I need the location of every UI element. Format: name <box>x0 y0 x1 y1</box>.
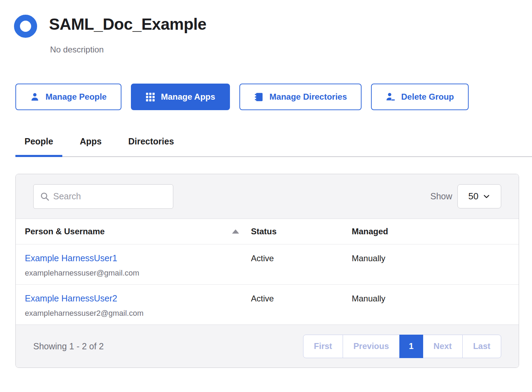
person-email: exampleharnessuser2@gmail.com <box>25 309 251 318</box>
search-icon <box>40 192 50 201</box>
pagination-last-button[interactable]: Last <box>462 335 501 358</box>
person-remove-icon <box>386 92 395 102</box>
group-description: No description <box>50 44 206 55</box>
pagination-next-button[interactable]: Next <box>423 335 463 358</box>
tab-apps[interactable]: Apps <box>71 136 111 156</box>
manage-directories-button[interactable]: Manage Directories <box>239 84 362 110</box>
tab-directories[interactable]: Directories <box>119 136 183 156</box>
group-title-block: SAML_Doc_Example No description <box>49 15 206 55</box>
tab-people[interactable]: People <box>15 136 62 156</box>
table-row: Example HarnessUser2 exampleharnessuser2… <box>16 284 519 325</box>
tab-label: People <box>24 136 53 146</box>
person-icon <box>30 92 40 102</box>
chevron-down-icon <box>483 193 490 200</box>
action-button-row: Manage People Manage Apps Manage Directo… <box>15 84 532 110</box>
sort-ascending-icon <box>232 229 239 234</box>
directory-book-icon <box>254 92 264 102</box>
manage-apps-button[interactable]: Manage Apps <box>131 84 230 110</box>
page-title: SAML_Doc_Example <box>49 15 206 34</box>
apps-grid-icon <box>146 92 155 102</box>
pagination-previous-button[interactable]: Previous <box>343 335 400 358</box>
person-email: exampleharnessuser@gmail.com <box>25 269 251 278</box>
column-header-status[interactable]: Status <box>251 219 352 244</box>
button-label: Manage Apps <box>161 92 215 102</box>
manage-people-button[interactable]: Manage People <box>15 84 121 110</box>
table-header-row: Person & Username Status Managed <box>16 219 519 244</box>
page-size-control: Show 50 <box>430 184 501 208</box>
pagination: First Previous 1 Next Last <box>303 335 501 358</box>
results-summary: Showing 1 - 2 of 2 <box>33 341 104 351</box>
tab-bar: People Apps Directories <box>15 136 532 157</box>
column-header-person[interactable]: Person & Username <box>25 219 251 244</box>
managed-cell: Manually <box>352 285 519 325</box>
group-header: SAML_Doc_Example No description <box>0 0 532 55</box>
table-footer: Showing 1 - 2 of 2 First Previous 1 Next… <box>16 325 519 368</box>
tab-label: Apps <box>80 136 102 146</box>
column-header-label: Person & Username <box>25 227 105 236</box>
column-header-label: Status <box>251 227 276 236</box>
search-box[interactable] <box>33 184 173 209</box>
person-cell: Example HarnessUser2 exampleharnessuser2… <box>25 285 251 325</box>
managed-cell: Manually <box>352 244 519 284</box>
search-input[interactable] <box>53 191 167 201</box>
group-icon <box>14 15 37 38</box>
page-size-select[interactable]: 50 <box>457 184 501 208</box>
column-header-label: Managed <box>352 227 388 236</box>
delete-group-button[interactable]: Delete Group <box>371 84 469 110</box>
page-size-value: 50 <box>468 191 478 202</box>
button-label: Manage Directories <box>270 92 347 102</box>
person-name-link[interactable]: Example HarnessUser2 <box>25 294 251 303</box>
table-toolbar: Show 50 <box>16 174 519 219</box>
button-label: Delete Group <box>401 92 454 102</box>
button-label: Manage People <box>46 92 107 102</box>
table-row: Example HarnessUser1 exampleharnessuser@… <box>16 244 519 284</box>
pagination-page-1-button[interactable]: 1 <box>399 335 423 358</box>
status-cell: Active <box>251 285 352 325</box>
person-cell: Example HarnessUser1 exampleharnessuser@… <box>25 244 251 284</box>
show-label: Show <box>430 191 452 201</box>
pagination-first-button[interactable]: First <box>303 335 343 358</box>
column-header-managed[interactable]: Managed <box>352 219 519 244</box>
people-table-panel: Show 50 Person & Username Status Managed… <box>15 174 519 368</box>
status-cell: Active <box>251 244 352 284</box>
tab-label: Directories <box>128 136 174 146</box>
person-name-link[interactable]: Example HarnessUser1 <box>25 254 251 263</box>
